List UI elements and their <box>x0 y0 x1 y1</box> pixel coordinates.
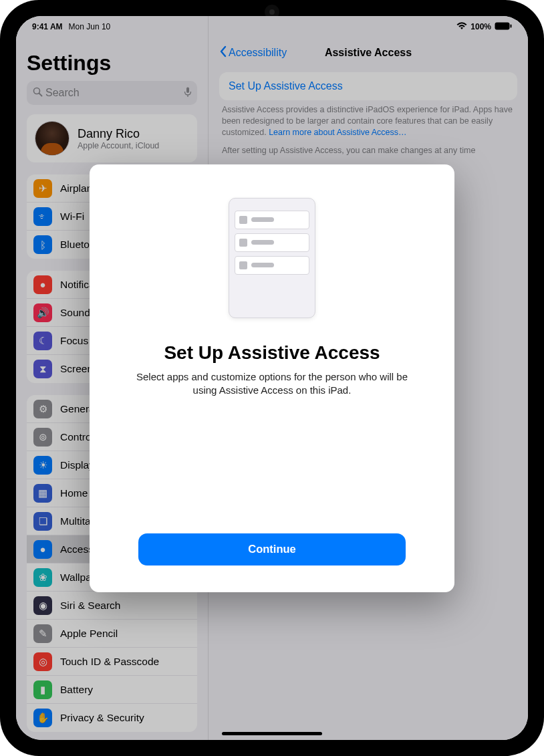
assistive-access-setup-modal: Set Up Assistive Access Select apps and … <box>90 164 454 592</box>
ipad-device-frame: 9:41 AM Mon Jun 10 100% Settings <box>0 0 544 756</box>
modal-description: Select apps and customize options for th… <box>132 370 412 398</box>
continue-button[interactable]: Continue <box>138 533 406 565</box>
modal-title: Set Up Assistive Access <box>164 342 380 364</box>
modal-illustration <box>229 198 315 318</box>
home-indicator[interactable] <box>222 732 322 735</box>
front-camera <box>269 9 275 15</box>
screen: 9:41 AM Mon Jun 10 100% Settings <box>16 16 528 740</box>
